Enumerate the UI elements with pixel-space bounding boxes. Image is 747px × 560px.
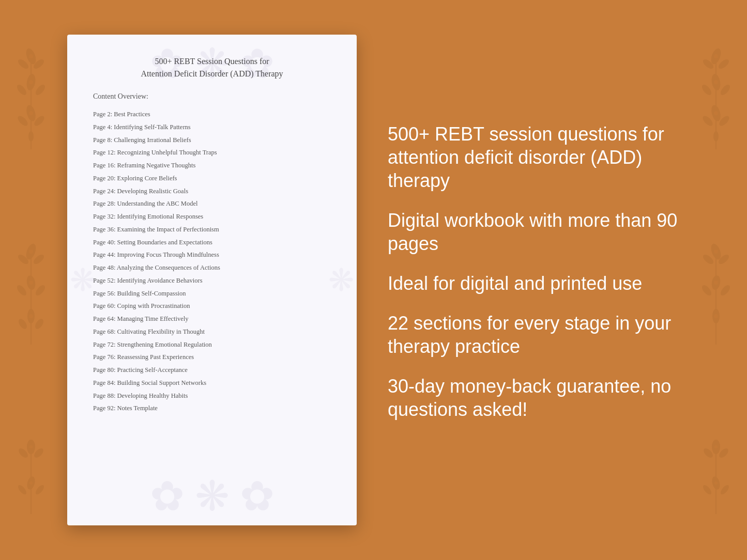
info-block-block5: 30-day money-back guarantee, no question… [388, 375, 680, 421]
toc-item: Page 8: Challenging Irrational Beliefs [93, 134, 331, 147]
document: ✿ ❋ ✿ ✿ ❋ ✿ ❋ ❋ 500+ REBT Session Questi… [67, 35, 357, 525]
toc-item: Page 40: Setting Boundaries and Expectat… [93, 236, 331, 249]
toc-item: Page 12: Recognizing Unhelpful Thought T… [93, 146, 331, 159]
toc-item: Page 44: Improving Focus Through Mindful… [93, 248, 331, 261]
info-block-block2: Digital workbook with more than 90 pages [388, 209, 680, 255]
toc-item: Page 92: Notes Template [93, 402, 331, 415]
info-text-block2: Digital workbook with more than 90 pages [388, 209, 680, 255]
doc-watermark-right: ❋ [328, 262, 354, 299]
toc-item: Page 56: Building Self-Compassion [93, 287, 331, 300]
toc-item: Page 88: Developing Healthy Habits [93, 390, 331, 402]
document-title: 500+ REBT Session Questions for Attentio… [93, 55, 331, 80]
info-block-block3: Ideal for digital and printed use [388, 272, 680, 295]
toc-item: Page 28: Understanding the ABC Model [93, 197, 331, 210]
doc-title-line1: 500+ REBT Session Questions for [155, 57, 269, 66]
info-text-block4: 22 sections for every stage in your ther… [388, 312, 680, 358]
doc-watermark-bottom: ✿ ❋ ✿ [67, 472, 357, 520]
info-text-block1: 500+ REBT session questions for attentio… [388, 122, 680, 192]
content-wrapper: ✿ ❋ ✿ ✿ ❋ ✿ ❋ ❋ 500+ REBT Session Questi… [0, 14, 747, 546]
toc-item: Page 72: Strengthening Emotional Regulat… [93, 338, 331, 351]
content-overview-label: Content Overview: [93, 92, 331, 101]
doc-watermark-left: ❋ [70, 262, 96, 299]
doc-title-line2: Attention Deficit Disorder (ADD) Therapy [141, 69, 283, 78]
toc-item: Page 80: Practicing Self-Acceptance [93, 364, 331, 377]
toc-item: Page 64: Managing Time Effectively [93, 313, 331, 325]
info-text-block3: Ideal for digital and printed use [388, 272, 680, 295]
toc-item: Page 32: Identifying Emotional Responses [93, 210, 331, 223]
info-block-block1: 500+ REBT session questions for attentio… [388, 122, 680, 192]
toc-item: Page 24: Developing Realistic Goals [93, 185, 331, 198]
info-panel: 500+ REBT session questions for attentio… [388, 122, 680, 438]
toc-item: Page 36: Examining the Impact of Perfect… [93, 223, 331, 236]
toc-item: Page 84: Building Social Support Network… [93, 377, 331, 390]
toc-item: Page 60: Coping with Procrastination [93, 300, 331, 313]
toc-item: Page 20: Exploring Core Beliefs [93, 172, 331, 185]
toc-item: Page 48: Analyzing the Consequences of A… [93, 261, 331, 274]
toc-item: Page 16: Reframing Negative Thoughts [93, 159, 331, 172]
toc-list: Page 2: Best PracticesPage 4: Identifyin… [93, 108, 331, 415]
toc-item: Page 4: Identifying Self-Talk Patterns [93, 121, 331, 134]
toc-item: Page 52: Identifying Avoidance Behaviors [93, 274, 331, 287]
toc-item: Page 2: Best Practices [93, 108, 331, 121]
toc-item: Page 68: Cultivating Flexibility in Thou… [93, 325, 331, 338]
info-text-block5: 30-day money-back guarantee, no question… [388, 375, 680, 421]
info-block-block4: 22 sections for every stage in your ther… [388, 312, 680, 358]
toc-item: Page 76: Reassessing Past Experiences [93, 351, 331, 364]
